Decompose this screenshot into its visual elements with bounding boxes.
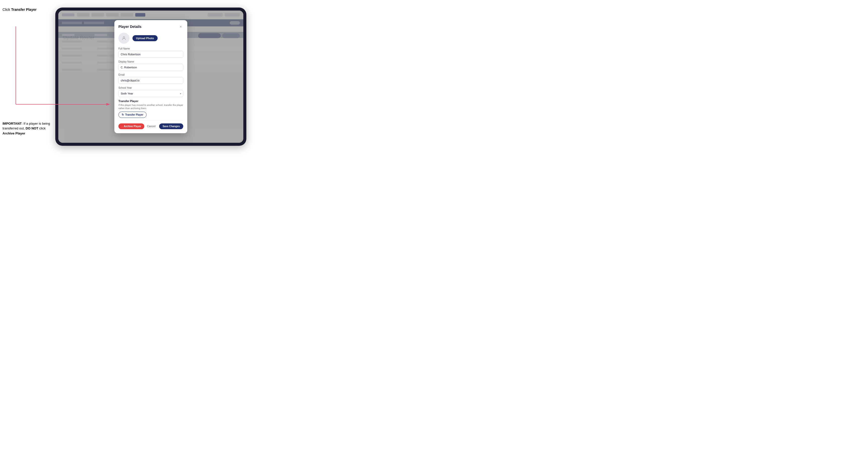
instruction-do-not: DO NOT [26, 126, 38, 130]
transfer-section-title: Transfer Player [118, 99, 183, 102]
display-name-input[interactable] [118, 64, 183, 71]
instruction-prefix: Click [2, 7, 11, 11]
archive-btn-label: Archive Player [124, 125, 141, 128]
school-year-select[interactable]: First Year Second Year Third Year Fourth… [118, 90, 183, 97]
transfer-section-description: If this player has moved to another scho… [118, 103, 183, 110]
school-year-select-wrapper: First Year Second Year Third Year Fourth… [118, 90, 183, 97]
modal-header: Player Details × [118, 24, 183, 29]
player-details-modal: Player Details × Upload Photo Full N [114, 20, 187, 133]
full-name-label: Full Name [118, 47, 183, 50]
full-name-input[interactable] [118, 51, 183, 58]
tablet-screen: Update Roster [58, 10, 243, 143]
school-year-label: School Year [118, 87, 183, 89]
email-group: Email [118, 73, 183, 84]
archive-player-button[interactable]: ↓ Archive Player [118, 123, 144, 129]
save-changes-button[interactable]: Save Changes [159, 123, 183, 129]
archive-icon: ↓ [121, 125, 123, 128]
svg-point-3 [123, 36, 125, 38]
display-name-label: Display Name [118, 60, 183, 63]
modal-footer: ↓ Archive Player Cancel Save Changes [118, 120, 183, 129]
tablet-device: Update Roster [55, 7, 246, 146]
upload-photo-button[interactable]: Upload Photo [132, 35, 158, 41]
email-input[interactable] [118, 77, 183, 84]
instruction-bold: Transfer Player [11, 7, 36, 11]
avatar [118, 33, 129, 44]
instruction-top: Click Transfer Player [2, 7, 36, 11]
instruction-bottom: IMPORTANT: If a player is being transfer… [2, 121, 53, 136]
modal-close-button[interactable]: × [178, 24, 183, 29]
instruction-important: IMPORTANT [2, 122, 22, 125]
footer-right-actions: Cancel Save Changes [145, 123, 183, 129]
transfer-player-section: Transfer Player If this player has moved… [118, 99, 183, 118]
modal-overlay: Player Details × Upload Photo Full N [58, 10, 243, 143]
transfer-player-button[interactable]: ↻ Transfer Player [118, 112, 147, 118]
email-label: Email [118, 73, 183, 76]
school-year-group: School Year First Year Second Year Third… [118, 87, 183, 97]
cancel-button[interactable]: Cancel [145, 123, 157, 129]
photo-upload-row: Upload Photo [118, 33, 183, 44]
instruction-archive: Archive Player [2, 131, 25, 135]
display-name-group: Display Name [118, 60, 183, 71]
modal-title: Player Details [118, 25, 142, 29]
transfer-btn-label: Transfer Player [125, 113, 143, 116]
transfer-icon: ↻ [122, 113, 124, 116]
full-name-group: Full Name [118, 47, 183, 58]
instruction-bottom-text2: click [38, 126, 45, 130]
